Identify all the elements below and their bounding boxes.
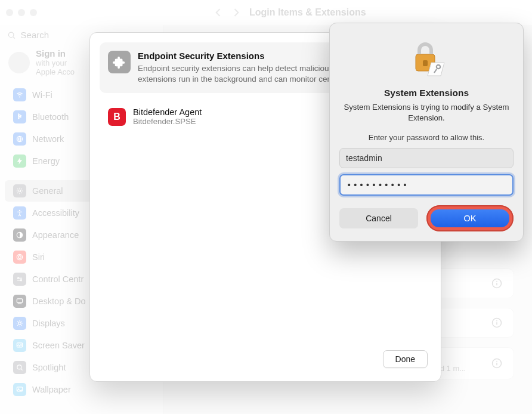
- lock-icon: [405, 36, 448, 79]
- ok-highlight-ring: OK: [426, 205, 514, 231]
- username-field[interactable]: [339, 148, 514, 168]
- svg-rect-33: [423, 60, 428, 66]
- agent-title: Bitdefender Agent: [133, 107, 202, 117]
- dialog-title: System Extensions: [384, 88, 469, 98]
- agent-sub: Bitdefender.SPSE: [133, 117, 202, 126]
- sheet-footer: Done: [100, 345, 431, 372]
- cancel-button[interactable]: Cancel: [339, 208, 418, 228]
- done-button[interactable]: Done: [383, 350, 428, 368]
- password-field[interactable]: [339, 174, 514, 196]
- auth-dialog: System Extensions System Extensions is t…: [329, 23, 524, 242]
- dialog-hint: Enter your password to allow this.: [369, 133, 484, 142]
- ok-button[interactable]: OK: [431, 209, 509, 227]
- extension-icon: [108, 51, 131, 73]
- dialog-subtitle: System Extensions is trying to modify a …: [339, 102, 514, 123]
- bitdefender-icon: B: [108, 108, 126, 126]
- dialog-buttons: Cancel OK: [339, 205, 514, 231]
